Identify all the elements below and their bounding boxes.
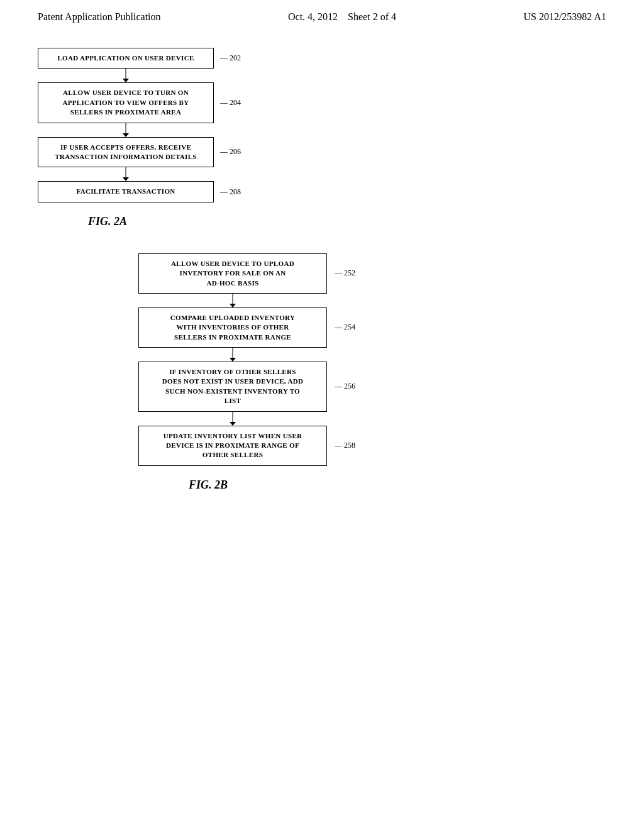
flow-row-256: IF INVENTORY OF OTHER SELLERSDOES NOT EX…: [138, 362, 355, 412]
flow-box-204: ALLOW USER DEVICE TO TURN ONAPPLICATION …: [38, 82, 214, 123]
flow-label-204: — 204: [220, 98, 241, 108]
flow-box-256: IF INVENTORY OF OTHER SELLERSDOES NOT EX…: [138, 362, 327, 412]
flow-label-254: — 254: [335, 323, 355, 332]
fig2a-container: LOAD APPLICATION ON USER DEVICE — 202 AL…: [38, 48, 644, 228]
flow-box-254: COMPARE UPLOADED INVENTORYWITH INVENTORI…: [138, 307, 327, 348]
flow-row-204: ALLOW USER DEVICE TO TURN ONAPPLICATION …: [38, 82, 241, 123]
flow-row-254: COMPARE UPLOADED INVENTORYWITH INVENTORI…: [138, 307, 355, 348]
arrow-204-206: [38, 123, 214, 137]
flow-box-258: UPDATE INVENTORY LIST WHEN USERDEVICE IS…: [138, 426, 327, 466]
fig2b-container: ALLOW USER DEVICE TO UPLOADINVENTORY FOR…: [138, 253, 644, 492]
header-right: US 2012/253982 A1: [523, 11, 606, 23]
arrow-256-258: [138, 412, 327, 426]
flow-label-258: — 258: [335, 441, 355, 450]
arrow-202-204: [38, 69, 214, 82]
fig2b-label: FIG. 2B: [189, 479, 228, 492]
flow-box-208: FACILITATE TRANSACTION: [38, 181, 214, 202]
header-center: Oct. 4, 2012 Sheet 2 of 4: [288, 11, 396, 23]
flow-row-206: IF USER ACCEPTS OFFERS, RECEIVETRANSACTI…: [38, 137, 241, 168]
flow-label-208: — 208: [220, 187, 241, 197]
flow-row-208: FACILITATE TRANSACTION — 208: [38, 181, 241, 202]
header-left: Patent Application Publication: [38, 11, 161, 23]
arrow-252-254: [138, 294, 327, 307]
flow-row-252: ALLOW USER DEVICE TO UPLOADINVENTORY FOR…: [138, 253, 355, 294]
flow-label-202: — 202: [220, 53, 241, 63]
flow-row-202: LOAD APPLICATION ON USER DEVICE — 202: [38, 48, 241, 69]
flow-box-206: IF USER ACCEPTS OFFERS, RECEIVETRANSACTI…: [38, 137, 214, 168]
flow-box-252: ALLOW USER DEVICE TO UPLOADINVENTORY FOR…: [138, 253, 327, 294]
fig2b-flow: ALLOW USER DEVICE TO UPLOADINVENTORY FOR…: [138, 253, 355, 466]
flow-label-256: — 256: [335, 382, 355, 391]
flow-label-252: — 252: [335, 268, 355, 278]
fig2a-label: FIG. 2A: [88, 215, 127, 228]
flow-box-202: LOAD APPLICATION ON USER DEVICE: [38, 48, 214, 69]
arrow-206-208: [38, 167, 214, 181]
flow-label-206: — 206: [220, 147, 241, 157]
flow-row-258: UPDATE INVENTORY LIST WHEN USERDEVICE IS…: [138, 426, 355, 466]
fig2a-flow: LOAD APPLICATION ON USER DEVICE — 202 AL…: [38, 48, 241, 202]
page-header: Patent Application Publication Oct. 4, 2…: [0, 0, 644, 29]
arrow-254-256: [138, 348, 327, 362]
